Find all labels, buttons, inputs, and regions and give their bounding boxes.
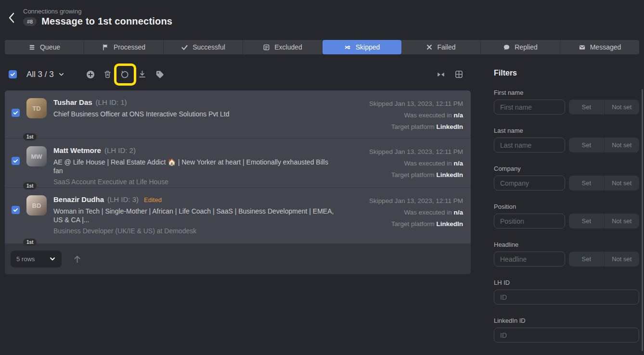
executed-label: Was executed in: [404, 112, 453, 119]
platform-label: Target platform: [391, 220, 437, 228]
tab-successful[interactable]: Successful: [164, 40, 243, 54]
executed-value: n/a: [453, 112, 463, 119]
tab-excluded[interactable]: Excluded: [243, 40, 322, 54]
profile-position: SaaS Account Executive at Life House: [53, 178, 335, 186]
headline-input[interactable]: [494, 252, 565, 266]
campaign-number-badge: #8: [23, 17, 37, 26]
envelope-icon: [579, 44, 586, 51]
profile-headline: Woman in Tech | Single-Mother | African …: [53, 207, 335, 224]
not-set-button[interactable]: Not set: [605, 138, 640, 152]
skipped-timestamp: Skipped Jan 13, 2023, 12:11 PM: [343, 98, 463, 110]
skipped-timestamp: Skipped Jan 13, 2023, 12:11 PM: [343, 195, 463, 207]
not-set-button[interactable]: Not set: [605, 176, 640, 190]
filters-title: Filters: [494, 69, 639, 77]
flag-icon: [102, 44, 109, 51]
rows-per-page-value: 5 rows: [16, 255, 35, 263]
filter-label-lh-id: LH ID: [494, 279, 639, 286]
list-item[interactable]: BD 1st Benazir Dudha (LH ID: 3) Edited W…: [5, 188, 471, 243]
tab-label: Replied: [515, 43, 537, 51]
set-button[interactable]: Set: [569, 100, 605, 114]
platform-label: Target platform: [391, 171, 437, 178]
download-icon[interactable]: [138, 70, 147, 79]
filter-label-position: Position: [494, 203, 639, 210]
add-icon[interactable]: [86, 70, 95, 79]
columns-icon[interactable]: [454, 70, 464, 79]
tab-queue[interactable]: Queue: [5, 40, 84, 54]
first-name-input[interactable]: [494, 100, 565, 114]
list-toolbar: All 3 / 3: [5, 63, 471, 86]
back-icon[interactable]: [8, 12, 18, 24]
row-meta: Skipped Jan 13, 2023, 12:11 PM Was execu…: [343, 195, 463, 243]
rows-per-page-select[interactable]: 5 rows: [11, 251, 62, 267]
not-set-button[interactable]: Not set: [605, 214, 640, 228]
skipped-timestamp: Skipped Jan 13, 2023, 12:11 PM: [343, 146, 463, 158]
company-set-toggle: Set Not set: [569, 176, 639, 190]
platform-value: LinkedIn: [436, 123, 463, 130]
filter-label-first-name: First name: [494, 89, 639, 96]
profile-name: Benazir Dudha: [53, 195, 104, 203]
skip-icon: [344, 44, 351, 51]
filter-label-linkedin-id: LinkedIn ID: [494, 317, 639, 324]
lh-id-input[interactable]: [494, 290, 639, 304]
not-set-button[interactable]: Not set: [605, 252, 640, 266]
profile-headline: Chief Business Officer at ONS Interactiv…: [53, 110, 335, 118]
last-name-input[interactable]: [494, 138, 565, 152]
list-item[interactable]: MW 1st Matt Wetmore (LH ID: 2) AE @ Life…: [5, 139, 471, 187]
tab-label: Successful: [193, 43, 225, 51]
tab-failed[interactable]: Failed: [401, 40, 481, 54]
executed-label: Was executed in: [404, 160, 453, 167]
row-checkbox[interactable]: [12, 109, 20, 117]
scroll-to-top-icon[interactable]: [72, 254, 82, 264]
set-button[interactable]: Set: [569, 252, 605, 266]
chevron-down-icon: [58, 71, 64, 77]
selection-dropdown[interactable]: All 3 / 3: [26, 70, 64, 79]
executed-label: Was executed in: [404, 209, 453, 216]
set-button[interactable]: Set: [569, 214, 605, 228]
reply-bubble-icon: [503, 44, 510, 51]
last-name-set-toggle: Set Not set: [569, 138, 639, 152]
filter-label-headline: Headline: [494, 241, 639, 248]
selection-count: All 3 / 3: [26, 70, 54, 79]
campaign-header: Connections growing #8 Message to 1st co…: [0, 0, 644, 35]
collapse-rows-icon[interactable]: [436, 70, 446, 79]
breadcrumb: Connections growing: [23, 8, 81, 15]
headline-set-toggle: Set Not set: [569, 252, 639, 266]
tab-label: Processed: [114, 43, 145, 51]
position-input[interactable]: [494, 214, 565, 228]
avatar: MW: [26, 146, 47, 166]
lh-id: (LH ID: 3): [107, 195, 139, 203]
select-all-checkbox[interactable]: [9, 70, 17, 78]
not-set-button[interactable]: Not set: [605, 100, 640, 114]
pagination-bar: 5 rows: [5, 243, 471, 274]
set-button[interactable]: Set: [569, 138, 605, 152]
row-checkbox[interactable]: [12, 206, 20, 214]
delete-icon[interactable]: [103, 70, 113, 79]
degree-badge: 1st: [23, 239, 37, 246]
queue-icon: [28, 44, 36, 51]
tag-icon[interactable]: [155, 70, 165, 79]
tab-messaged[interactable]: Messaged: [560, 40, 639, 54]
profile-headline: AE @ Life House | Real Estate Addict 🏠 |…: [53, 158, 335, 175]
tab-label: Skipped: [356, 43, 380, 51]
avatar: BD: [26, 195, 47, 216]
filter-label-company: Company: [494, 165, 639, 172]
page-title: Message to 1st connections: [41, 16, 172, 27]
retry-icon[interactable]: [120, 70, 130, 79]
filters-panel: Filters First name Set Not set Last name…: [494, 69, 639, 355]
tab-label: Messaged: [590, 43, 621, 51]
set-button[interactable]: Set: [569, 176, 605, 190]
status-tabs: Queue Processed Successful Excluded Skip…: [5, 40, 639, 54]
linkedin-id-input[interactable]: [494, 328, 639, 342]
company-input[interactable]: [494, 176, 565, 190]
tab-skipped[interactable]: Skipped: [322, 40, 401, 54]
first-name-set-toggle: Set Not set: [569, 100, 639, 114]
tab-label: Queue: [40, 43, 60, 51]
scrollbar[interactable]: [642, 89, 643, 351]
x-icon: [426, 44, 433, 51]
skipped-list: TD 1st Tushar Das (LH ID: 1) Chief Busin…: [5, 90, 471, 274]
row-checkbox[interactable]: [12, 157, 20, 165]
list-item[interactable]: TD 1st Tushar Das (LH ID: 1) Chief Busin…: [5, 90, 471, 138]
tab-processed[interactable]: Processed: [84, 40, 164, 54]
tab-replied[interactable]: Replied: [481, 40, 560, 54]
degree-badge: 1st: [23, 133, 37, 140]
